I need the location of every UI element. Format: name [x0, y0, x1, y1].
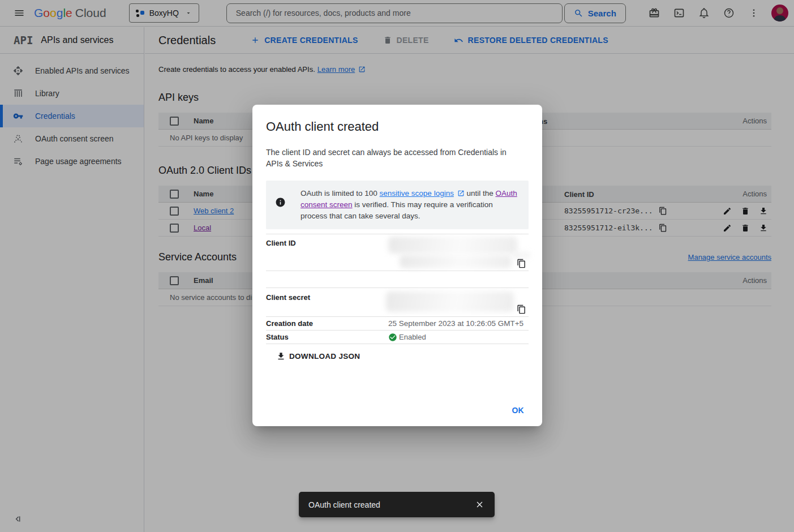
notice-text: OAuth is limited to 100 sensitive scope …: [301, 188, 518, 222]
oauth-client-created-dialog: OAuth client created The client ID and s…: [252, 105, 542, 426]
external-link-icon: [457, 190, 465, 197]
check-circle-icon: [388, 333, 397, 342]
snackbar-message: OAuth client created: [308, 500, 380, 509]
ok-button[interactable]: OK: [503, 401, 533, 419]
client-secret-row: Client secret: [266, 288, 529, 317]
creation-date-value: 25 September 2023 at 10:26:05 GMT+5: [388, 319, 523, 328]
status-label: Status: [266, 333, 388, 341]
client-secret-redacted-value: [386, 291, 514, 312]
spacer-row: [266, 271, 529, 288]
client-id-row: Client ID: [266, 234, 529, 271]
client-id-redacted-value: [388, 237, 517, 254]
copy-icon[interactable]: [517, 304, 526, 314]
download-json-button[interactable]: DOWNLOAD JSON: [273, 349, 363, 363]
creation-date-row: Creation date 25 September 2023 at 10:26…: [266, 317, 529, 331]
copy-icon[interactable]: [517, 259, 526, 268]
dialog-fields: Client ID Client secret Creation date 25…: [266, 234, 529, 344]
dialog-title: OAuth client created: [266, 119, 529, 134]
oauth-limit-notice: OAuth is limited to 100 sensitive scope …: [266, 181, 529, 229]
client-id-redacted-value: [514, 251, 530, 259]
client-secret-label: Client secret: [266, 288, 388, 316]
info-icon: [275, 197, 286, 222]
download-icon: [276, 351, 286, 361]
dialog-subtitle: The client ID and secret can always be a…: [266, 147, 515, 169]
sensitive-scope-logins-link[interactable]: sensitive scope logins: [380, 189, 454, 198]
client-id-label: Client ID: [266, 234, 388, 271]
client-id-redacted-value: [400, 255, 512, 268]
creation-date-label: Creation date: [266, 319, 388, 328]
close-icon[interactable]: [473, 497, 487, 512]
status-row: Status Enabled: [266, 331, 529, 344]
status-value: Enabled: [399, 333, 426, 341]
snackbar: OAuth client created: [299, 492, 495, 517]
